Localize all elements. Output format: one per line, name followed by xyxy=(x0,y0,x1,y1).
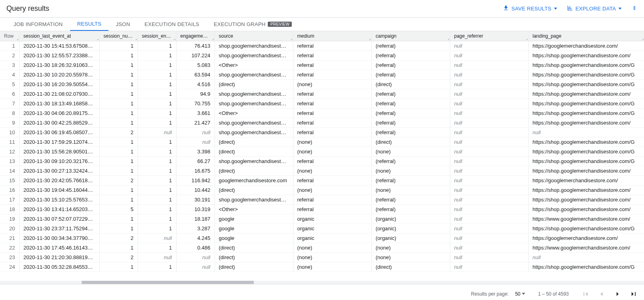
table-row[interactable]: 152020-11-30 20:42:05.766187 U...21116.9… xyxy=(0,176,644,185)
cell-ref: null xyxy=(450,89,528,99)
table-row[interactable]: 122020-11-30 15:56:28.905019 U...113.398… xyxy=(0,147,644,157)
cell-et: 4.516 xyxy=(176,80,215,89)
cell-sn: 1 xyxy=(99,147,138,157)
table-row[interactable]: 132020-11-30 09:10:20.321762 U...1166.27… xyxy=(0,157,644,166)
cell-sn: 1 xyxy=(99,195,138,205)
cell-ref: null xyxy=(450,51,528,60)
cell-ts: 2020-11-30 17:59:29.120748 U... xyxy=(19,137,99,147)
cell-med: referral xyxy=(293,60,371,70)
tab-json[interactable]: JSON xyxy=(108,18,137,31)
column-header-session_number[interactable]: session_number xyxy=(99,31,138,41)
column-header-engagement_tim[interactable]: engagement_tim xyxy=(176,31,215,41)
table-row[interactable]: 182020-11-30 13:41:14.652039 U...5110.31… xyxy=(0,205,644,214)
cell-ts: 2020-11-30 18:26:32.910632 U... xyxy=(19,60,99,70)
cell-camp: (referral) xyxy=(371,176,450,185)
tab-results[interactable]: RESULTS xyxy=(70,18,109,31)
cell-sn: 1 xyxy=(99,185,138,195)
horizontal-scrollbar[interactable] xyxy=(0,281,644,284)
cell-sn: 2 xyxy=(99,234,138,243)
cell-sn: 1 xyxy=(99,118,138,128)
cell-ref: null xyxy=(450,137,528,147)
cell-row: 11 xyxy=(0,137,19,147)
cell-se: 1 xyxy=(138,195,176,205)
table-row[interactable]: 52020-11-30 16:20:39.505544 U...114.516(… xyxy=(0,80,644,89)
column-header-page_referrer[interactable]: page_referrer xyxy=(450,31,528,41)
column-header-landing_page[interactable]: landing_page xyxy=(528,31,644,41)
last-page-button[interactable] xyxy=(630,290,638,298)
save-results-button[interactable]: SAVE RESULTS xyxy=(503,5,557,12)
prev-page-button[interactable] xyxy=(598,290,606,298)
cell-med: referral xyxy=(293,89,371,99)
cell-et: 107.224 xyxy=(176,51,215,60)
table-row[interactable]: 42020-11-30 10:20:20.559788 U...1163.594… xyxy=(0,70,644,80)
cell-sn: 1 xyxy=(99,109,138,118)
cell-et: 3.398 xyxy=(176,147,215,157)
explore-data-button[interactable]: EXPLORE DATA xyxy=(567,5,622,12)
cell-se: 1 xyxy=(138,80,176,89)
column-header-session_engage[interactable]: session_engage xyxy=(138,31,176,41)
cell-med: (none) xyxy=(293,253,371,262)
table-row[interactable]: 62020-11-30 21:08:02.079303 U...1194.9sh… xyxy=(0,89,644,99)
table-row[interactable]: 212020-11-30 00:34:34.377900 U...2null4.… xyxy=(0,234,644,243)
cell-ts: 2020-11-30 23:37:11.752949 U... xyxy=(19,224,99,234)
cell-se: 1 xyxy=(138,166,176,176)
table-row[interactable]: 112020-11-30 17:59:29.120748 U...11null(… xyxy=(0,137,644,147)
cell-se: 1 xyxy=(138,118,176,128)
tab-execution-details[interactable]: EXECUTION DETAILS xyxy=(137,18,207,31)
cell-ts: 2020-11-30 16:20:39.505544 U... xyxy=(19,80,99,89)
table-row[interactable]: 202020-11-30 23:37:11.752949 U...113.287… xyxy=(0,224,644,234)
cell-se: null xyxy=(138,234,176,243)
cell-src: shop.googlemerchandisestore.... xyxy=(215,51,293,60)
table-row[interactable]: 92020-11-30 00:42:25.885299 U...1121.427… xyxy=(0,118,644,128)
table-row[interactable]: 162020-11-30 19:04:45.160440 U...1110.44… xyxy=(0,185,644,195)
cell-land: https://googlemerchandisestore.com/ xyxy=(528,234,644,243)
cell-land: https://shop.googlemerchandisestore.com/… xyxy=(528,70,644,80)
column-header-medium[interactable]: medium xyxy=(293,31,371,41)
table-row[interactable]: 142020-11-30 00:27:13.324247 U...1116.67… xyxy=(0,166,644,176)
table-row[interactable]: 102020-11-30 06:19:45.085074 U...2nullnu… xyxy=(0,128,644,137)
table-row[interactable]: 232020-11-30 21:20:30.888197 U...2nullnu… xyxy=(0,253,644,262)
table-row[interactable]: 32020-11-30 18:26:32.910632 U...115.083<… xyxy=(0,60,644,70)
table-row[interactable]: 242020-11-30 05:32:28.845531 U...11null(… xyxy=(0,262,644,272)
column-header-row[interactable]: Row xyxy=(0,31,19,41)
cell-ref: null xyxy=(450,253,528,262)
cell-camp: (referral) xyxy=(371,89,450,99)
cell-ts: 2020-11-30 04:06:20.891750 U... xyxy=(19,109,99,118)
cell-row: 17 xyxy=(0,195,19,205)
cell-se: null xyxy=(138,128,176,137)
column-header-source[interactable]: source xyxy=(215,31,293,41)
page-size-select[interactable]: 50 xyxy=(515,291,525,297)
cell-sn: 2 xyxy=(99,176,138,185)
cell-land: https://shop.googlemerchandisestore.com/ xyxy=(528,195,644,205)
first-page-button[interactable] xyxy=(582,290,590,298)
table-row[interactable]: 72020-11-30 18:13:49.168580 U...1170.755… xyxy=(0,99,644,109)
table-row[interactable]: 192020-11-30 07:52:07.072293 U...1118.18… xyxy=(0,214,644,224)
table-row[interactable]: 82020-11-30 04:06:20.891750 U...113.661<… xyxy=(0,109,644,118)
column-header-session_last_event_at[interactable]: session_last_event_at xyxy=(19,31,99,41)
table-row[interactable]: 12020-11-30 15:41:53.675084 U...1176.413… xyxy=(0,41,644,51)
expand-collapse-button[interactable] xyxy=(631,5,638,12)
next-page-button[interactable] xyxy=(614,290,622,298)
cell-camp: (none) xyxy=(371,147,450,157)
scrollbar-thumb[interactable] xyxy=(82,281,254,284)
cell-camp: (referral) xyxy=(371,157,450,166)
cell-land: https://shop.googlemerchandisestore.com/… xyxy=(528,99,644,109)
cell-src: shop.googlemerchandisestore.... xyxy=(215,70,293,80)
cell-med: referral xyxy=(293,70,371,80)
cell-ref: null xyxy=(450,128,528,137)
tab-job-information[interactable]: JOB INFORMATION xyxy=(6,18,70,31)
cell-sn: 1 xyxy=(99,60,138,70)
cell-land: https://shop.googlemerchandisestore.com/… xyxy=(528,147,644,157)
column-header-campaign[interactable]: campaign xyxy=(371,31,450,41)
cell-se: 1 xyxy=(138,70,176,80)
cell-et: null xyxy=(176,253,215,262)
table-row[interactable]: 222020-11-30 17:45:46.161436 U...110.486… xyxy=(0,243,644,253)
table-row[interactable]: 22020-11-30 12:55:57.233882 U...11107.22… xyxy=(0,51,644,60)
cell-et: 70.755 xyxy=(176,99,215,109)
cell-land: https://shop.googlemerchandisestore.com/ xyxy=(528,118,644,128)
cell-et: 18.187 xyxy=(176,214,215,224)
tab-execution-graph[interactable]: EXECUTION GRAPHPREVIEW xyxy=(207,18,299,31)
cell-land: https://shop.googlemerchandisestore.com/ xyxy=(528,185,644,195)
table-row[interactable]: 172020-11-30 15:10:25.576534 U...1130.19… xyxy=(0,195,644,205)
download-icon xyxy=(503,5,509,12)
